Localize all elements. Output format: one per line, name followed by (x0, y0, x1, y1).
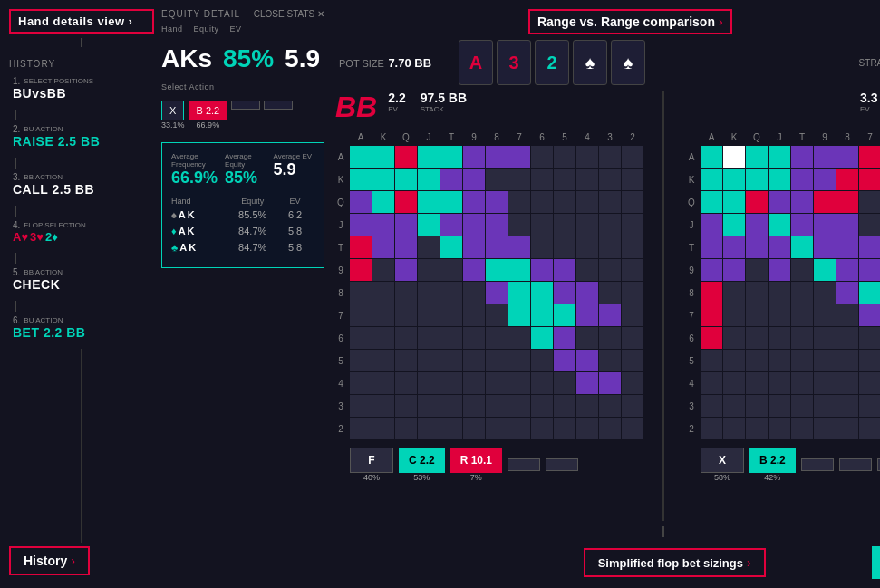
svg-rect-277 (791, 236, 813, 258)
svg-rect-159 (418, 372, 440, 394)
svg-text:8: 8 (494, 132, 499, 142)
bu-check-label: 58% (714, 473, 730, 482)
left-panel: Hand details view › HISTORY 1. SELECT PO… (9, 9, 154, 579)
svg-rect-47 (531, 169, 553, 190)
svg-rect-132 (395, 327, 417, 349)
action-b-button[interactable]: B 2.2 (189, 101, 228, 120)
hand-details-box[interactable]: Hand details view › (9, 9, 154, 34)
svg-rect-129 (622, 304, 643, 326)
more-features-button[interactable]: More Features (872, 546, 880, 579)
svg-rect-44 (463, 169, 485, 190)
svg-rect-150 (508, 350, 530, 371)
svg-rect-84 (486, 236, 508, 258)
svg-rect-182 (350, 418, 372, 439)
bu-action-buttons: X 58% B 2.2 42% (682, 444, 880, 486)
svg-rect-342 (791, 350, 813, 371)
svg-rect-135 (463, 327, 485, 349)
bb-fold-label: 40% (363, 473, 380, 482)
svg-text:2: 2 (630, 132, 635, 142)
bb-empty2-button[interactable] (546, 458, 578, 471)
svg-rect-115 (599, 282, 621, 304)
svg-rect-138 (531, 327, 553, 349)
svg-text:J: J (690, 220, 694, 230)
svg-rect-293 (859, 259, 880, 281)
bu-empty1-button[interactable] (801, 458, 834, 471)
svg-rect-353 (746, 372, 768, 394)
svg-rect-190 (531, 418, 553, 439)
svg-rect-237 (769, 169, 790, 190)
bb-fold-button[interactable]: F (350, 448, 393, 473)
svg-text:A: A (689, 152, 695, 162)
simplified-box[interactable]: Simplified flop bet sizings › (584, 548, 766, 577)
card1-2: A (179, 226, 186, 236)
svg-rect-32 (486, 146, 508, 168)
bu-empty2-button[interactable] (839, 458, 872, 471)
top-section: Range vs. Range comparison › Toggle › (332, 9, 880, 34)
svg-rect-28 (395, 146, 417, 168)
equity-percent-value: 85% (223, 44, 274, 73)
svg-rect-249 (746, 191, 768, 213)
avg-ev-value: 5.9 (274, 160, 314, 179)
close-stats-button[interactable]: CLOSE STATS ✕ (254, 9, 324, 19)
svg-rect-147 (440, 350, 462, 371)
svg-rect-55 (418, 191, 440, 213)
simplified-label: Simplified flop bet sizings (598, 556, 743, 570)
bb-stats: 2.2 EV 97.5 BB STACK (388, 91, 467, 113)
history-button[interactable]: History › (9, 546, 90, 575)
svg-rect-50 (599, 169, 621, 190)
card2-2: K (188, 226, 195, 236)
svg-rect-266 (836, 214, 858, 236)
svg-rect-173 (440, 395, 462, 417)
svg-rect-89 (599, 236, 621, 258)
svg-rect-123 (486, 304, 508, 326)
bb-action-buttons: F 40% C 2.2 53% R 10.1 7% (332, 444, 644, 486)
svg-rect-221 (701, 146, 722, 168)
bb-empty1-button[interactable] (508, 458, 540, 471)
bb-call-button[interactable]: C 2.2 (399, 448, 445, 473)
svg-rect-327 (746, 327, 768, 349)
svg-rect-368 (791, 395, 813, 417)
action-empty2-button[interactable] (264, 101, 293, 110)
history-item-value-6: BET 2.2 BB (13, 325, 154, 340)
card2-1: K (188, 209, 195, 220)
svg-rect-57 (463, 191, 485, 213)
svg-text:T: T (338, 243, 343, 253)
action-x-button[interactable]: X (161, 101, 184, 120)
bu-check-button[interactable]: X (701, 448, 744, 473)
svg-rect-108 (440, 282, 462, 304)
svg-rect-341 (769, 350, 790, 371)
history-btn-label: History (24, 554, 67, 568)
suit1-2: ♦ (171, 226, 177, 236)
action-empty1-button[interactable] (231, 101, 260, 110)
flop-card-a: A♥ (13, 230, 28, 244)
svg-rect-286 (701, 259, 722, 281)
strategy-label: STRATEGY (859, 58, 880, 68)
svg-rect-166 (576, 372, 598, 394)
range-comparison-box[interactable]: Range vs. Range comparison › (528, 9, 732, 34)
equity-cell-2: 84.7% (233, 226, 272, 236)
svg-rect-262 (746, 214, 768, 236)
svg-text:K: K (689, 175, 695, 185)
bu-bet-button[interactable]: B 2.2 (749, 448, 796, 473)
svg-rect-33 (508, 146, 530, 168)
svg-rect-184 (395, 418, 417, 439)
bb-raise-button[interactable]: R 10.1 (450, 448, 502, 473)
svg-rect-88 (576, 236, 598, 258)
bb-range-grid-svg: AKQJT98765432AKQJT98765432 (332, 128, 644, 440)
svg-rect-117 (350, 304, 372, 326)
svg-text:Q: Q (337, 198, 344, 207)
select-action-label: Select Action (161, 82, 324, 92)
history-item-value-1: BUvsBB (13, 86, 154, 101)
stats-box: Average Frequency 66.9% Average Equity 8… (161, 142, 324, 268)
svg-rect-352 (723, 372, 745, 394)
svg-rect-188 (486, 418, 508, 439)
svg-rect-103 (622, 259, 643, 281)
flop-card-2: 2♦ (45, 230, 58, 244)
board-card-2: 2 (535, 40, 569, 85)
bb-ev-label: EV (388, 105, 405, 113)
board-row: POT SIZE 7.70 BB A 3 2 ♠ ♠ STRATEGY EQUI… (332, 40, 880, 85)
svg-rect-312 (701, 304, 722, 326)
ev-cell-1: 6.2 (276, 209, 314, 220)
svg-rect-292 (836, 259, 858, 281)
svg-rect-93 (395, 259, 417, 281)
